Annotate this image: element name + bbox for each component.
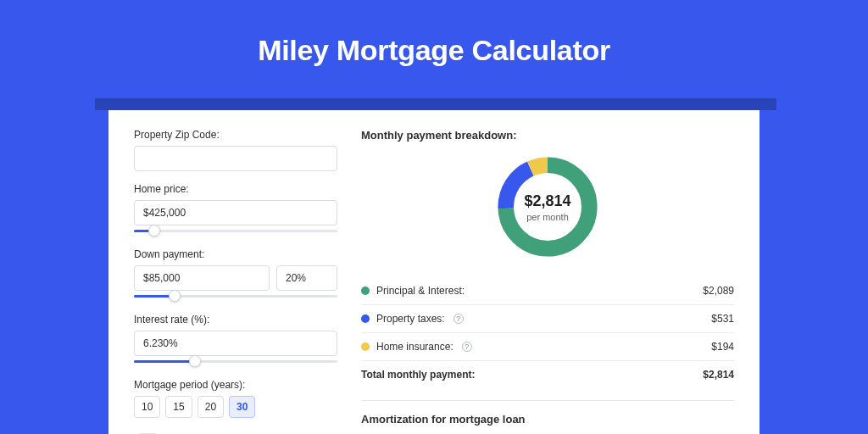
home-price-slider[interactable] xyxy=(134,225,337,236)
down-payment-amount-input[interactable] xyxy=(134,265,270,291)
amortization-title: Amortization for mortgage loan xyxy=(361,413,734,426)
interest-rate-label: Interest rate (%): xyxy=(134,314,337,326)
mortgage-period-label: Mortgage period (years): xyxy=(134,379,337,391)
donut-chart: $2,814 per month xyxy=(361,152,734,262)
amortization-section: Amortization for mortgage loan Amortizat… xyxy=(361,400,734,434)
donut-center: $2,814 per month xyxy=(492,152,603,262)
help-icon[interactable]: ? xyxy=(453,314,464,324)
legend-row-taxes: Property taxes:?$531 xyxy=(361,305,734,333)
page-title: Miley Mortgage Calculator xyxy=(0,0,868,89)
legend-value-taxes: $531 xyxy=(711,313,734,325)
down-payment-slider-thumb[interactable] xyxy=(169,290,181,302)
form-panel: Property Zip Code: Home price: Down paym… xyxy=(134,129,337,415)
field-down-payment: Down payment: xyxy=(134,248,337,302)
field-home-price: Home price: xyxy=(134,183,337,236)
breakdown-total-row: Total monthly payment: $2,814 xyxy=(361,361,734,388)
down-payment-label: Down payment: xyxy=(134,248,337,260)
interest-rate-slider-thumb[interactable] xyxy=(189,355,201,367)
home-price-label: Home price: xyxy=(134,183,337,195)
mortgage-period-options: 10152030 xyxy=(134,396,337,418)
interest-rate-input[interactable] xyxy=(134,331,337,356)
donut-value: $2,814 xyxy=(524,192,570,210)
period-option-20[interactable]: 20 xyxy=(198,396,224,418)
field-interest-rate: Interest rate (%): xyxy=(134,314,337,367)
period-option-30[interactable]: 30 xyxy=(229,396,255,418)
zip-label: Property Zip Code: xyxy=(134,129,337,141)
down-payment-slider[interactable] xyxy=(134,290,337,302)
period-option-15[interactable]: 15 xyxy=(165,396,192,418)
field-zip: Property Zip Code: xyxy=(134,129,337,171)
legend-label-insurance: Home insurance: xyxy=(376,341,453,353)
legend-value-insurance: $194 xyxy=(711,341,734,353)
help-icon[interactable]: ? xyxy=(462,342,472,352)
swatch-taxes xyxy=(361,314,370,323)
breakdown-legend: Principal & Interest:$2,089Property taxe… xyxy=(361,277,734,361)
zip-input[interactable] xyxy=(134,146,337,171)
breakdown-panel: Monthly payment breakdown: $2,814 per mo… xyxy=(361,129,734,415)
home-price-input[interactable] xyxy=(134,200,337,225)
down-payment-percent-input[interactable] xyxy=(276,265,337,291)
card-shadow xyxy=(95,98,776,110)
home-price-slider-thumb[interactable] xyxy=(148,225,160,236)
swatch-insurance xyxy=(361,342,370,351)
total-value: $2,814 xyxy=(703,369,734,381)
legend-label-principal: Principal & Interest: xyxy=(376,285,465,297)
calculator-card: Property Zip Code: Home price: Down paym… xyxy=(108,110,760,434)
legend-row-principal: Principal & Interest:$2,089 xyxy=(361,277,734,305)
period-option-10[interactable]: 10 xyxy=(134,396,160,418)
breakdown-title: Monthly payment breakdown: xyxy=(361,129,734,142)
total-label: Total monthly payment: xyxy=(361,369,475,381)
legend-label-taxes: Property taxes: xyxy=(376,313,445,325)
field-mortgage-period: Mortgage period (years): 10152030 xyxy=(134,379,337,418)
interest-rate-slider[interactable] xyxy=(134,355,337,367)
swatch-principal xyxy=(361,287,370,295)
donut-sub: per month xyxy=(526,212,569,222)
legend-value-principal: $2,089 xyxy=(703,285,734,297)
legend-row-insurance: Home insurance:?$194 xyxy=(361,333,734,361)
